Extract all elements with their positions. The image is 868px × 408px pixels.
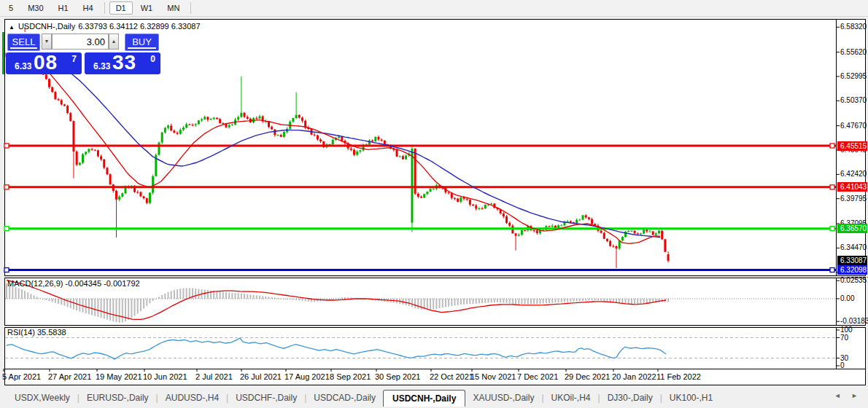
ma-fast-line bbox=[7, 50, 660, 243]
macd-histogram-bar bbox=[649, 299, 651, 303]
line-anchor-handle[interactable] bbox=[4, 185, 9, 189]
macd-histogram-bar bbox=[460, 299, 462, 305]
candle-body bbox=[423, 194, 425, 197]
candle-body bbox=[88, 149, 90, 152]
macd-histogram-bar bbox=[204, 290, 206, 299]
macd-histogram-bar bbox=[433, 299, 434, 310]
macd-histogram-bar bbox=[186, 288, 187, 299]
tab-ukoil-h4[interactable]: UKOil-,H4 bbox=[544, 390, 598, 406]
candle-body bbox=[405, 156, 407, 160]
candle-body bbox=[664, 239, 666, 251]
candle-body bbox=[173, 130, 175, 133]
date-axis-label: 29 Dec 2021 bbox=[565, 372, 610, 381]
line-anchor-handle[interactable] bbox=[4, 268, 9, 272]
candle-body bbox=[374, 137, 376, 141]
macd-histogram-bar bbox=[104, 299, 105, 318]
candle-body bbox=[216, 118, 218, 119]
macd-histogram-bar bbox=[497, 299, 498, 302]
price-axis-separator bbox=[836, 20, 837, 369]
candle-body bbox=[377, 137, 379, 140]
macd-histogram-bar bbox=[509, 299, 511, 303]
tab-xauusd-daily[interactable]: XAUUSD-,Daily bbox=[465, 390, 541, 406]
candle-body bbox=[225, 124, 227, 128]
line-anchor-handle[interactable] bbox=[830, 185, 834, 189]
date-axis-label: 15 Nov 2021 bbox=[470, 372, 516, 381]
macd-histogram-bar bbox=[469, 299, 470, 304]
candle-body bbox=[274, 130, 276, 136]
candle-body bbox=[503, 213, 505, 216]
tab-usdcnh-daily[interactable]: USDCNH-,Daily bbox=[383, 390, 465, 407]
tab-audusd-h4[interactable]: AUDUSD-,H4 bbox=[158, 390, 226, 406]
candle-body bbox=[283, 132, 285, 137]
macd-histogram-bar bbox=[115, 299, 117, 322]
macd-histogram-bar bbox=[216, 291, 217, 299]
price-axis-label: 6.47670 bbox=[840, 122, 867, 130]
macd-histogram-bar bbox=[91, 299, 93, 315]
sell-price-prefix: 6.33 bbox=[15, 61, 31, 71]
macd-histogram-bar bbox=[646, 299, 648, 303]
candle-body bbox=[206, 117, 209, 119]
candle-body bbox=[106, 168, 108, 174]
candle-body bbox=[61, 100, 63, 104]
macd-histogram-bar bbox=[182, 289, 184, 299]
macd-histogram-bar bbox=[478, 299, 480, 303]
date-axis-label: 7 Dec 2021 bbox=[517, 372, 558, 381]
main-macd-splitter[interactable] bbox=[4, 275, 866, 278]
line-anchor-handle[interactable] bbox=[830, 227, 834, 231]
macd-rsi-splitter[interactable] bbox=[4, 325, 866, 328]
line-anchor-handle[interactable] bbox=[4, 227, 9, 231]
macd-histogram-bar bbox=[15, 287, 17, 299]
candle-body bbox=[188, 125, 190, 125]
candle-body bbox=[179, 130, 182, 134]
candle-body bbox=[643, 230, 645, 233]
candle-body bbox=[356, 152, 358, 155]
line-anchor-handle[interactable] bbox=[830, 268, 834, 272]
candle-body bbox=[341, 136, 343, 141]
macd-histogram-bar bbox=[484, 299, 486, 303]
tab-uk100-h1[interactable]: UK100-,H1 bbox=[662, 390, 720, 406]
macd-histogram-bar bbox=[643, 299, 645, 303]
macd-histogram-bar bbox=[454, 299, 455, 305]
candle-body bbox=[648, 232, 651, 232]
rsi-line bbox=[7, 338, 666, 359]
tab-usdcad-daily[interactable]: USDCAD-,Daily bbox=[306, 390, 383, 406]
sell-price-panel[interactable]: 6.33 08 7 bbox=[6, 52, 82, 74]
buy-button[interactable]: BUY bbox=[125, 34, 159, 51]
collapse-triangle-icon[interactable]: ▲ bbox=[9, 24, 15, 31]
candle-body bbox=[82, 154, 84, 163]
candle-body bbox=[350, 149, 352, 150]
macd-histogram-bar bbox=[332, 299, 333, 299]
buy-price-panel[interactable]: 6.33 33 0 bbox=[85, 52, 160, 74]
tab-usdx-weekly[interactable]: USDX,Weekly bbox=[7, 390, 77, 406]
candle-body bbox=[177, 133, 179, 134]
macd-histogram-bar bbox=[427, 299, 428, 310]
candle-body bbox=[515, 233, 517, 235]
tab-scroll-arrows[interactable]: ◄ ► bbox=[834, 392, 862, 399]
candle-body bbox=[634, 231, 636, 233]
volume-decrease-button[interactable]: ▼ bbox=[42, 34, 52, 50]
line-anchor-handle[interactable] bbox=[830, 144, 834, 148]
macd-axis-label: -0.031833 bbox=[840, 317, 868, 326]
volume-input[interactable] bbox=[52, 34, 109, 50]
macd-histogram-bar bbox=[594, 299, 596, 300]
candle-body bbox=[146, 198, 148, 203]
candle-body bbox=[91, 149, 93, 149]
volume-increase-button[interactable]: ▲ bbox=[109, 34, 119, 50]
tab-usdchf-daily[interactable]: USDCHF-,Daily bbox=[228, 390, 304, 406]
tab-eurusd-daily[interactable]: EURUSD-,Daily bbox=[80, 390, 156, 406]
chart-title: ▲USDCNH-,Daily6.33793 6.34112 6.32899 6.… bbox=[9, 22, 204, 31]
macd-histogram-bar bbox=[228, 292, 230, 299]
candle-body bbox=[63, 104, 66, 106]
date-axis-label: 17 Aug 2021 bbox=[284, 372, 330, 381]
macd-histogram-bar bbox=[564, 299, 565, 302]
macd-histogram-bar bbox=[238, 293, 239, 299]
tab-dj30-daily[interactable]: DJ30-,Daily bbox=[600, 390, 660, 406]
candle-body bbox=[585, 215, 587, 217]
candle-body bbox=[210, 119, 212, 119]
macd-histogram-bar bbox=[567, 299, 568, 302]
price-axis-label: 6.34470 bbox=[840, 243, 867, 252]
rsi-bottom-border bbox=[4, 369, 866, 369]
macd-histogram-bar bbox=[518, 299, 519, 305]
line-anchor-handle[interactable] bbox=[4, 144, 9, 148]
sell-button[interactable]: SELL bbox=[7, 34, 40, 51]
